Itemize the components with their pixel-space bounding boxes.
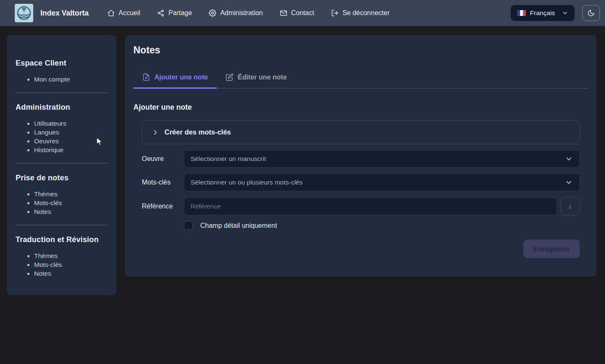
edit-icon [226,73,234,81]
form-section-title: Ajouter une note [133,103,588,112]
logout-icon [331,9,339,17]
reference-input-group: i [184,197,580,216]
page-title: Notes [133,45,588,56]
mots-cles-select-placeholder: Sélectionner un ou plusieurs mots-clés [191,179,302,186]
gear-icon [209,9,216,17]
nav-item-label: Administration [220,9,263,17]
navbar-right-controls: Français [511,5,600,21]
mots-cles-row: Mots-clés Sélectionner un ou plusieurs m… [142,174,580,191]
file-plus-icon [142,73,150,81]
tab-ajouter-une-note[interactable]: Ajouter une note [133,73,217,89]
reference-input[interactable] [184,198,557,215]
sidebar-item-mon-compte[interactable]: Mon compte [34,75,108,84]
detail-only-row: Champ détail uniquement [184,221,580,230]
nav-item-partage[interactable]: Partage [157,9,192,17]
detail-only-label: Champ détail uniquement [200,222,277,229]
nav-item-contact[interactable]: Contact [280,9,314,17]
sidebar-divider [16,92,108,93]
language-selector[interactable]: Français [511,5,575,21]
chevron-down-icon [562,10,568,16]
nav-item-administration[interactable]: Administration [209,9,263,17]
oeuvre-row: Oeuvre Sélectionner un manuscrit [142,150,580,168]
sidebar-list-prise-de-notes: Thèmes Mots-clés Notes [16,190,108,216]
oeuvre-label: Oeuvre [142,155,184,163]
detail-only-checkbox[interactable] [184,221,193,230]
oeuvre-select-placeholder: Sélectionner un manuscrit [191,155,266,163]
mots-cles-select[interactable]: Sélectionner un ou plusieurs mots-clés [184,174,580,191]
reference-info-button[interactable]: i [560,197,580,216]
sidebar-divider [16,163,108,164]
france-flag-icon [517,10,526,16]
share-icon [157,9,165,17]
sidebar-card: Espace Client Mon compte Administration … [7,35,117,295]
nav-item-label: Se déconnecter [342,9,390,17]
sidebar-section-title-prise-de-notes: Prise de notes [16,174,108,182]
chevron-down-icon [565,155,573,163]
reference-row: Référence i [142,197,580,216]
book-cross-logo-icon [16,5,32,21]
chevron-right-icon [152,129,159,136]
sidebar-section-title-espace-client: Espace Client [16,59,108,68]
sidebar-item-utilisateurs[interactable]: Utilisateurs [34,119,108,128]
save-button[interactable]: Enregistrer [523,240,580,258]
add-note-form: Créer des mots-clés Oeuvre Sélectionner … [142,120,580,258]
language-label: Français [530,9,555,17]
sidebar-item-mots-cles-traduction[interactable]: Mots-clés [34,261,108,269]
sidebar-section-title-administration: Administration [16,103,108,112]
reference-label: Référence [142,203,184,210]
mail-icon [280,9,287,17]
tab-label: Éditer une note [238,74,287,81]
nav-item-label: Accueil [119,9,141,17]
sidebar-item-langues[interactable]: Langues [34,128,108,137]
create-keywords-collapsible[interactable]: Créer des mots-clés [142,120,580,144]
theme-toggle-button[interactable] [582,5,600,21]
sidebar-item-notes-traduction[interactable]: Notes [34,269,108,278]
submit-row: Enregistrer [142,240,580,258]
app-title: Index Valtorta [40,9,89,18]
navbar-menu: Accueil Partage Administration Contact S… [107,9,390,17]
oeuvre-select[interactable]: Sélectionner un manuscrit [184,150,580,168]
nav-item-accueil[interactable]: Accueil [107,9,141,17]
sidebar-list-espace-client: Mon compte [16,75,108,84]
nav-item-label: Partage [168,9,192,17]
sidebar-item-oeuvres[interactable]: Oeuvres [34,137,108,145]
sidebar-list-traduction: Thèmes Mots-clés Notes [16,252,108,278]
sidebar-item-mots-cles-notes[interactable]: Mots-clés [34,199,108,207]
moon-icon [587,9,595,17]
app-logo[interactable] [15,4,33,22]
tab-editer-une-note[interactable]: Éditer une note [217,73,295,89]
tab-label: Ajouter une note [154,74,208,81]
notes-tabs: Ajouter une note Éditer une note [133,73,588,89]
home-icon [107,9,115,17]
chevron-down-icon [565,178,573,187]
sidebar-divider [16,225,108,225]
collapsible-label: Créer des mots-clés [165,128,231,136]
mots-cles-label: Mots-clés [142,179,184,186]
top-navbar: Index Valtorta Accueil Partage Administr… [0,0,605,26]
sidebar-item-themes-traduction[interactable]: Thèmes [34,252,108,260]
sidebar-section-title-traduction: Traduction et Révision [16,235,108,244]
sidebar-item-historique[interactable]: Historique [34,146,108,154]
notes-card: Notes Ajouter une note Éditer une note A… [125,35,597,277]
nav-item-label: Contact [291,9,314,17]
sidebar-list-administration: Utilisateurs Langues Oeuvres Historique [16,119,108,154]
sidebar-item-notes-notes[interactable]: Notes [34,208,108,216]
sidebar-item-themes-notes[interactable]: Thèmes [34,190,108,198]
nav-item-logout[interactable]: Se déconnecter [331,9,390,17]
